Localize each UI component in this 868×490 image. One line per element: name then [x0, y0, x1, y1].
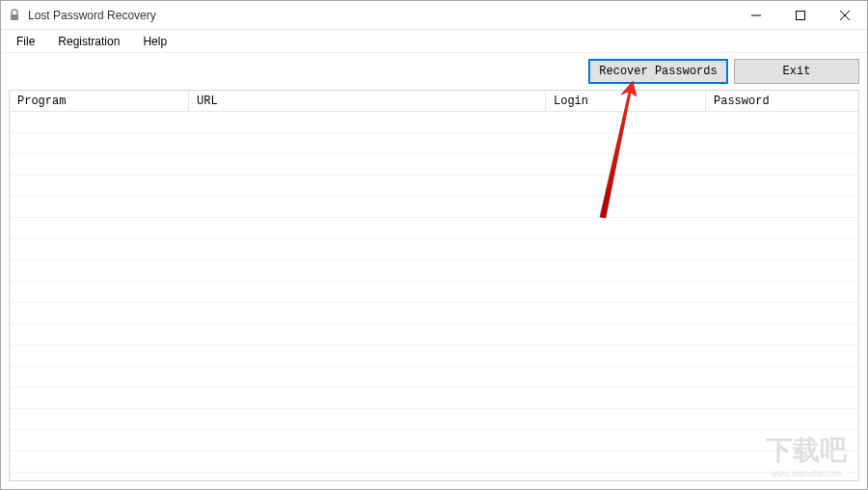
- table-row: [10, 388, 858, 409]
- app-icon: [7, 8, 22, 23]
- close-button[interactable]: [823, 1, 867, 30]
- menu-registration[interactable]: Registration: [46, 31, 131, 52]
- maximize-button[interactable]: [778, 1, 823, 30]
- table-row: [10, 239, 858, 260]
- table-row: [10, 133, 858, 154]
- table-header: Program URL Login Password: [10, 91, 858, 112]
- svg-rect-2: [797, 11, 805, 19]
- table-row: [10, 176, 858, 197]
- minimize-button[interactable]: [734, 1, 778, 30]
- table-body[interactable]: [10, 112, 858, 480]
- table-row: [10, 345, 858, 367]
- menu-help[interactable]: Help: [131, 31, 178, 52]
- table-row: [10, 112, 858, 133]
- column-url[interactable]: URL: [189, 91, 546, 111]
- titlebar: Lost Password Recovery: [1, 1, 867, 30]
- column-password[interactable]: Password: [706, 91, 858, 111]
- table-row: [10, 451, 858, 473]
- table-row: [10, 430, 858, 451]
- table-row: [10, 324, 858, 345]
- window-title: Lost Password Recovery: [28, 9, 156, 22]
- recover-passwords-button[interactable]: Recover Passwords: [588, 59, 728, 84]
- results-table: Program URL Login Password: [9, 90, 859, 481]
- table-row: [10, 218, 858, 239]
- table-row: [10, 303, 858, 324]
- table-row: [10, 409, 858, 430]
- column-program[interactable]: Program: [10, 91, 189, 111]
- table-row: [10, 197, 858, 218]
- column-login[interactable]: Login: [546, 91, 706, 111]
- table-row: [10, 367, 858, 388]
- svg-rect-0: [11, 14, 18, 20]
- table-row: [10, 154, 858, 176]
- table-row: [10, 260, 858, 282]
- menubar: File Registration Help: [1, 30, 867, 53]
- exit-button[interactable]: Exit: [734, 59, 859, 84]
- app-window: Lost Password Recovery File Registration…: [0, 0, 868, 490]
- menu-file[interactable]: File: [5, 31, 46, 52]
- table-row: [10, 282, 858, 303]
- toolbar: Recover Passwords Exit: [1, 53, 867, 90]
